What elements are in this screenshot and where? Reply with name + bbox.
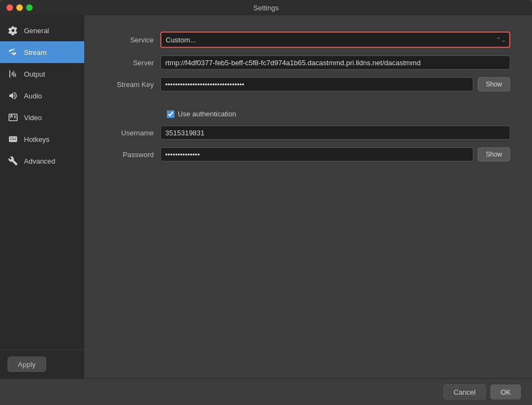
sidebar-label-output: Output [24, 70, 45, 78]
main-content: General Stream [0, 15, 532, 378]
password-input[interactable] [160, 147, 473, 161]
maximize-button[interactable] [26, 4, 33, 11]
server-row: Server [106, 55, 510, 70]
sidebar-item-video[interactable]: Video [0, 107, 84, 128]
sidebar-label-general: General [24, 27, 49, 35]
service-label: Service [106, 36, 160, 44]
auth-checkbox-row: Use authentication [106, 110, 510, 118]
sidebar-item-stream[interactable]: Stream [0, 41, 84, 63]
minimize-button[interactable] [16, 4, 23, 11]
hotkeys-icon [8, 134, 18, 145]
form-area: Service Custom... ⌃⌄ Server Stream Key [106, 32, 510, 362]
sidebar-item-advanced[interactable]: Advanced [0, 150, 84, 172]
sidebar: General Stream [0, 15, 84, 378]
sidebar-label-audio: Audio [24, 92, 42, 100]
apply-button[interactable]: Apply [8, 357, 46, 372]
service-row: Service Custom... ⌃⌄ [106, 32, 510, 48]
video-icon [8, 112, 18, 123]
stream-key-row: Stream Key Show [106, 77, 510, 91]
stream-key-input-group: Show [160, 77, 510, 91]
sidebar-nav: General Stream [0, 15, 84, 350]
use-auth-label: Use authentication [178, 110, 236, 118]
show-stream-key-button[interactable]: Show [478, 77, 510, 91]
spacer-1 [106, 99, 510, 110]
settings-window: Settings General [0, 0, 532, 405]
sidebar-label-advanced: Advanced [24, 157, 55, 165]
close-button[interactable] [7, 4, 13, 11]
general-icon [8, 25, 18, 36]
sidebar-item-hotkeys[interactable]: Hotkeys [0, 128, 84, 150]
stream-key-label: Stream Key [106, 80, 160, 89]
window-title: Settings [253, 4, 279, 12]
sidebar-label-video: Video [24, 114, 42, 122]
sidebar-item-general[interactable]: General [0, 20, 84, 41]
sidebar-label-hotkeys: Hotkeys [24, 135, 49, 144]
footer-right: Cancel OK [443, 384, 521, 400]
use-auth-checkbox[interactable] [167, 110, 174, 118]
stream-key-input[interactable] [160, 77, 473, 91]
cancel-button[interactable]: Cancel [443, 384, 486, 400]
footer: Cancel OK [0, 378, 532, 405]
sidebar-item-output[interactable]: Output [0, 63, 84, 85]
username-row: Username [106, 126, 510, 140]
audio-icon [8, 90, 18, 101]
stream-settings-panel: Service Custom... ⌃⌄ Server Stream Key [84, 15, 532, 378]
sidebar-label-stream: Stream [24, 48, 47, 57]
sidebar-item-audio[interactable]: Audio [0, 85, 84, 107]
password-input-group: Show [160, 147, 510, 161]
password-row: Password Show [106, 147, 510, 161]
service-select[interactable]: Custom... [161, 33, 509, 47]
server-label: Server [106, 59, 160, 67]
service-select-wrapper: Custom... ⌃⌄ [160, 32, 510, 48]
server-input[interactable] [160, 55, 510, 70]
titlebar: Settings [0, 0, 532, 15]
password-label: Password [106, 151, 160, 159]
sidebar-footer: Apply [0, 350, 84, 378]
show-password-button[interactable]: Show [478, 147, 510, 161]
stream-icon [8, 47, 18, 58]
username-input[interactable] [160, 126, 510, 140]
traffic-lights [7, 4, 33, 11]
ok-button[interactable]: OK [490, 384, 521, 400]
username-label: Username [106, 129, 160, 137]
output-icon [8, 68, 18, 79]
advanced-icon [8, 155, 18, 166]
